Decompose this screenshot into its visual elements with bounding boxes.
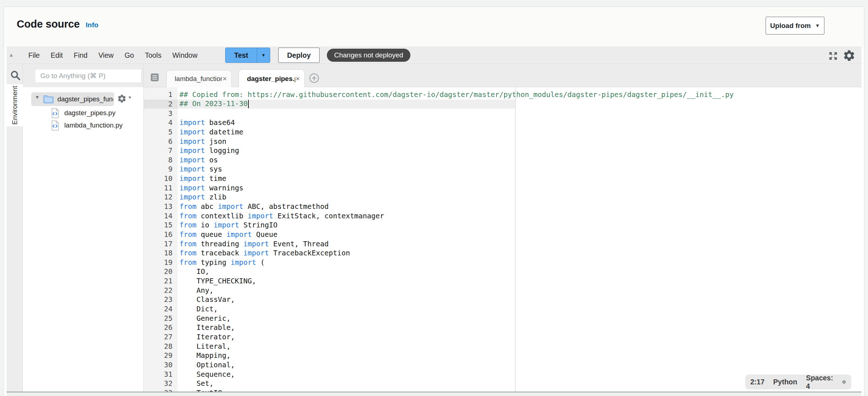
tree-file-dagster-pipes[interactable]: dagster_pipes.py bbox=[51, 107, 142, 119]
line-number: 6 bbox=[144, 137, 173, 146]
line-number: 21 bbox=[144, 277, 173, 285]
line-number: 10 bbox=[144, 174, 173, 183]
ide-settings-gear-icon[interactable] bbox=[843, 49, 856, 62]
line-number: 15 bbox=[144, 221, 173, 229]
line-number: 3 bbox=[144, 109, 173, 118]
tree-folder-label: dagster_pipes_funct bbox=[57, 95, 113, 103]
line-number: 25 bbox=[144, 314, 173, 323]
code-line: 26 Iterable, bbox=[144, 323, 734, 332]
line-number: 23 bbox=[144, 295, 173, 304]
new-tab-plus-icon[interactable] bbox=[309, 73, 320, 84]
cursor-position[interactable]: 2:17 bbox=[750, 378, 764, 386]
line-number: 12 bbox=[144, 193, 173, 201]
editor-statusbar: 2:17 Python Spaces: 4 bbox=[745, 375, 851, 389]
info-link[interactable]: Info bbox=[86, 21, 98, 29]
fullscreen-icon[interactable] bbox=[828, 51, 838, 61]
line-number: 32 bbox=[144, 379, 173, 388]
code-line: 20 IO, bbox=[144, 267, 734, 276]
line-number: 16 bbox=[144, 230, 173, 239]
code-line: 12import zlib bbox=[144, 193, 734, 202]
code-line: 22 Any, bbox=[144, 286, 734, 295]
line-number: 1 bbox=[144, 90, 173, 99]
code-line: 17from threading import Event, Thread bbox=[144, 239, 734, 248]
code-line: 4import base64 bbox=[144, 118, 734, 128]
lambda-code-source-page: Code source Info Upload from ▼ ▲ File Ed… bbox=[0, 0, 868, 396]
ide-bottom-bar bbox=[7, 392, 861, 396]
code-line: 24 Dict, bbox=[144, 304, 734, 314]
code-line: 8import os bbox=[144, 155, 734, 165]
code-line: 2## On 2023-11-30 bbox=[144, 100, 734, 109]
menu-edit[interactable]: Edit bbox=[50, 51, 63, 60]
test-split-button: Test ▼ bbox=[225, 48, 270, 63]
line-number: 4 bbox=[144, 118, 173, 127]
code-line: 23 ClassVar, bbox=[144, 295, 734, 304]
menu-file[interactable]: File bbox=[28, 51, 40, 60]
code-line: 16from queue import Queue bbox=[144, 230, 734, 239]
code-line: 25 Generic, bbox=[144, 314, 734, 323]
line-number: 7 bbox=[144, 146, 173, 155]
line-number: 11 bbox=[144, 184, 173, 192]
python-file-icon bbox=[51, 120, 60, 131]
code-line: 6import json bbox=[144, 137, 734, 146]
deploy-button[interactable]: Deploy bbox=[278, 48, 320, 63]
environment-label: Environment bbox=[7, 84, 23, 126]
line-number: 27 bbox=[144, 333, 173, 341]
code-line: 5import datetime bbox=[144, 128, 734, 137]
menu-go[interactable]: Go bbox=[125, 51, 134, 60]
language-mode[interactable]: Python bbox=[773, 378, 797, 386]
menu-tools[interactable]: Tools bbox=[145, 51, 162, 60]
code-line: 1## Copied from: https://raw.githubuserc… bbox=[144, 90, 734, 100]
tab-lambda-function[interactable]: lambda_function. ✕ bbox=[166, 70, 232, 87]
open-files-list-icon[interactable] bbox=[150, 72, 160, 82]
line-number: 22 bbox=[144, 286, 173, 295]
line-number: 13 bbox=[144, 202, 173, 211]
chevron-down-icon: ▼ bbox=[815, 23, 820, 28]
code-line: 13from abc import ABC, abstractmethod bbox=[144, 202, 734, 211]
statusbar-gear-icon[interactable] bbox=[842, 377, 846, 387]
test-dropdown-button[interactable]: ▼ bbox=[257, 48, 270, 62]
tree-file-lambda-function[interactable]: lambda_function.py bbox=[51, 119, 142, 132]
code-lines: 1## Copied from: https://raw.githubuserc… bbox=[144, 90, 734, 396]
line-number: 14 bbox=[144, 212, 173, 220]
code-line: 32 Set, bbox=[144, 379, 734, 388]
line-number: 20 bbox=[144, 267, 173, 276]
test-button[interactable]: Test bbox=[226, 48, 257, 62]
page-title: Code source bbox=[17, 18, 80, 30]
collapse-panel-icon[interactable]: ▲ bbox=[9, 52, 14, 58]
code-line: 18from traceback import TracebackExcepti… bbox=[144, 248, 734, 258]
indent-setting[interactable]: Spaces: 4 bbox=[806, 374, 833, 391]
search-icon[interactable] bbox=[10, 70, 21, 81]
code-line: 27 Iterator, bbox=[144, 332, 734, 342]
close-tab-icon[interactable]: ✕ bbox=[295, 76, 300, 82]
code-line: 31 Sequence, bbox=[144, 369, 734, 379]
line-number: 30 bbox=[144, 361, 173, 369]
text-cursor bbox=[248, 100, 249, 108]
code-line: 19from typing import ( bbox=[144, 258, 734, 267]
python-file-icon bbox=[51, 108, 60, 118]
menu-view[interactable]: View bbox=[98, 51, 114, 60]
line-number: 2 bbox=[144, 100, 173, 108]
code-line: 30 Optional, bbox=[144, 360, 734, 370]
line-number: 28 bbox=[144, 342, 173, 351]
tree-settings-gear-icon[interactable] bbox=[117, 94, 127, 104]
file-label: lambda_function.py bbox=[64, 121, 122, 129]
close-tab-icon[interactable]: ✕ bbox=[222, 76, 227, 82]
code-line: 10import time bbox=[144, 174, 734, 183]
tab-dagster-pipes[interactable]: dagster_pipes.py ✕ bbox=[239, 69, 305, 88]
card-header bbox=[4, 7, 864, 47]
menu-find[interactable]: Find bbox=[74, 51, 88, 60]
go-to-anything-input[interactable] bbox=[35, 69, 142, 83]
code-line: 15from io import StringIO bbox=[144, 221, 734, 230]
menu-list: File Edit Find View Go Tools Window bbox=[28, 47, 198, 64]
code-line: 29 Mapping, bbox=[144, 351, 734, 360]
tree-settings-caret-icon[interactable]: ▼ bbox=[128, 95, 132, 100]
line-number: 31 bbox=[144, 370, 173, 379]
code-line: 11import warnings bbox=[144, 183, 734, 193]
upload-from-button[interactable]: Upload from ▼ bbox=[766, 17, 824, 35]
line-number: 8 bbox=[144, 156, 173, 164]
line-number: 5 bbox=[144, 128, 173, 136]
folder-expand-caret-icon[interactable]: ▼ bbox=[35, 94, 40, 100]
changes-not-deployed-badge: Changes not deployed bbox=[327, 49, 410, 62]
file-label: dagster_pipes.py bbox=[64, 109, 115, 117]
menu-window[interactable]: Window bbox=[172, 51, 197, 60]
